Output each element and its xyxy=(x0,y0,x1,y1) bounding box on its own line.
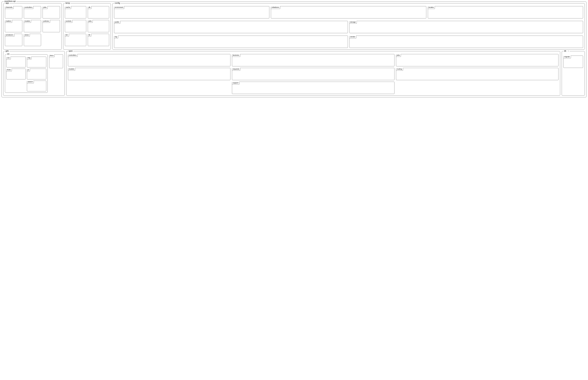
folder-tab-spec-controllers: controllers xyxy=(68,54,78,57)
folder-search[interactable]: search xyxy=(27,81,46,91)
folder-tab-spec-jobs: jobs xyxy=(396,54,401,57)
folder-tab-db-temp: db xyxy=(88,6,91,9)
folder-img[interactable]: img xyxy=(27,57,46,67)
config-row1: enviroment initializers locales xyxy=(114,5,583,19)
folder-policies[interactable]: policies xyxy=(42,20,60,32)
folder-serializers[interactable]: serializers xyxy=(5,34,22,46)
folder-tab-pids: pids xyxy=(88,20,93,23)
gds-section: gds site css img fonts xyxy=(3,51,65,96)
temp-grid: cache db sockets pids bin lib xyxy=(65,5,109,46)
folder-vendor[interactable]: vendor xyxy=(349,36,583,48)
folder-enviroment[interactable]: enviroment xyxy=(114,6,269,19)
folder-spec-jobs[interactable]: jobs xyxy=(396,54,559,66)
folder-public[interactable]: public xyxy=(114,21,348,33)
folder-tab-storage: storage xyxy=(350,21,357,24)
folder-mailers[interactable]: mailers xyxy=(5,20,22,32)
folder-tab-log: log xyxy=(114,36,118,38)
app-label: app xyxy=(5,2,10,4)
temp-section: temp cache db sockets pids bin li xyxy=(63,3,111,50)
folder-tab-css: css xyxy=(6,57,11,59)
folder-storage[interactable]: storage xyxy=(349,21,583,33)
config-row2: public storage xyxy=(114,20,583,33)
config-row3: log vendor xyxy=(114,35,583,48)
folder-tab-support: support xyxy=(232,82,239,84)
folder-routing[interactable]: routing xyxy=(396,68,559,80)
folder-tab-img: img xyxy=(27,57,32,59)
folder-tab-mailers: mailers xyxy=(5,20,12,23)
folder-tab-policies: policies xyxy=(43,20,50,23)
folder-initializers[interactable]: initializers xyxy=(271,6,426,19)
folder-tab-fonts: fonts xyxy=(6,69,12,71)
root-container: guardioes-api app channels controllers j… xyxy=(1,1,587,97)
folder-bin[interactable]: bin xyxy=(65,34,86,46)
folder-tab-serializers: serializers xyxy=(5,34,14,37)
folder-tab-requests: requests xyxy=(232,68,240,71)
folder-channels[interactable]: channels xyxy=(5,6,22,19)
folder-tab-models: models xyxy=(24,20,31,23)
folder-docs[interactable]: docs xyxy=(49,54,63,68)
folder-tab-docs: docs xyxy=(49,54,55,57)
top-row: app channels controllers jobs mailers mo… xyxy=(3,3,585,50)
folder-factories[interactable]: factories xyxy=(232,54,395,66)
folder-lib[interactable]: lib xyxy=(88,34,109,46)
folder-requests[interactable]: requests xyxy=(232,68,395,80)
folder-sockets[interactable]: sockets xyxy=(65,20,86,32)
folder-db-temp[interactable]: db xyxy=(88,6,109,19)
gds-label: gds xyxy=(5,50,9,52)
config-label: config xyxy=(114,2,121,4)
folder-tab-bin: bin xyxy=(65,34,69,37)
folder-jobs[interactable]: jobs xyxy=(42,6,60,19)
db-content: migrate xyxy=(563,53,583,68)
folder-tab-public: public xyxy=(114,21,120,24)
folder-locales[interactable]: locales xyxy=(428,6,583,19)
folder-tab-lib: lib xyxy=(88,34,91,37)
folder-views[interactable]: views xyxy=(24,34,41,46)
folder-tab-views: views xyxy=(24,34,30,37)
config-section: config enviroment initializers locales p… xyxy=(112,3,585,50)
db-arrow: → xyxy=(567,50,569,52)
bottom-row: gds site css img fonts xyxy=(3,51,585,96)
folder-tab-initializers: initializers xyxy=(271,6,280,9)
folder-cache[interactable]: cache xyxy=(65,6,86,19)
folder-tab-enviroment: enviroment xyxy=(114,6,124,9)
db-section-label: db→ xyxy=(563,50,570,52)
folder-tab-controllers: controllers xyxy=(24,6,34,9)
folder-js[interactable]: js xyxy=(27,69,46,79)
folder-tab-search: search xyxy=(27,81,34,83)
app-section: app channels controllers jobs mailers mo… xyxy=(3,3,62,50)
site-subsection: site css img fonts js xyxy=(5,54,48,93)
folder-tab-locales: locales xyxy=(428,6,435,9)
folder-tab-jobs: jobs xyxy=(43,6,47,9)
db-section: db→ migrate xyxy=(562,51,585,96)
folder-controllers[interactable]: controllers xyxy=(24,6,41,19)
folder-tab-factories: factories xyxy=(232,54,240,57)
temp-label: temp xyxy=(65,2,71,4)
folder-tab-spec-models: models xyxy=(68,68,75,71)
folder-tab-migrate: migrate xyxy=(564,56,571,58)
folder-tab-sockets: sockets xyxy=(65,20,72,23)
folder-tab-cache: cache xyxy=(65,6,71,9)
folder-tab-js: js xyxy=(27,69,30,71)
folder-tab-vendor: vendor xyxy=(350,36,357,38)
folder-log[interactable]: log xyxy=(114,36,348,48)
folder-spec-controllers[interactable]: controllers xyxy=(68,54,231,66)
spec-grid: controllers factories jobs models reques… xyxy=(68,53,559,94)
folder-spec-models[interactable]: models xyxy=(68,68,231,80)
spec-section: spec controllers factories jobs models r… xyxy=(66,51,560,96)
folder-support[interactable]: support xyxy=(232,82,395,94)
folder-models[interactable]: models xyxy=(24,20,41,32)
folder-tab-routing: routing xyxy=(396,68,403,71)
app-grid: channels controllers jobs mailers models… xyxy=(5,5,60,46)
docs-col: docs xyxy=(49,54,63,93)
folder-fonts[interactable]: fonts xyxy=(6,69,26,79)
gds-inner: site css img fonts js xyxy=(5,53,63,93)
folder-migrate[interactable]: migrate xyxy=(563,56,583,68)
site-grid: css img fonts js search xyxy=(6,56,46,91)
folder-pids[interactable]: pids xyxy=(88,20,109,32)
site-label: site xyxy=(6,53,10,55)
folder-tab-channels: channels xyxy=(5,6,14,9)
spec-label: spec xyxy=(68,50,73,52)
folder-css[interactable]: css xyxy=(6,57,26,67)
